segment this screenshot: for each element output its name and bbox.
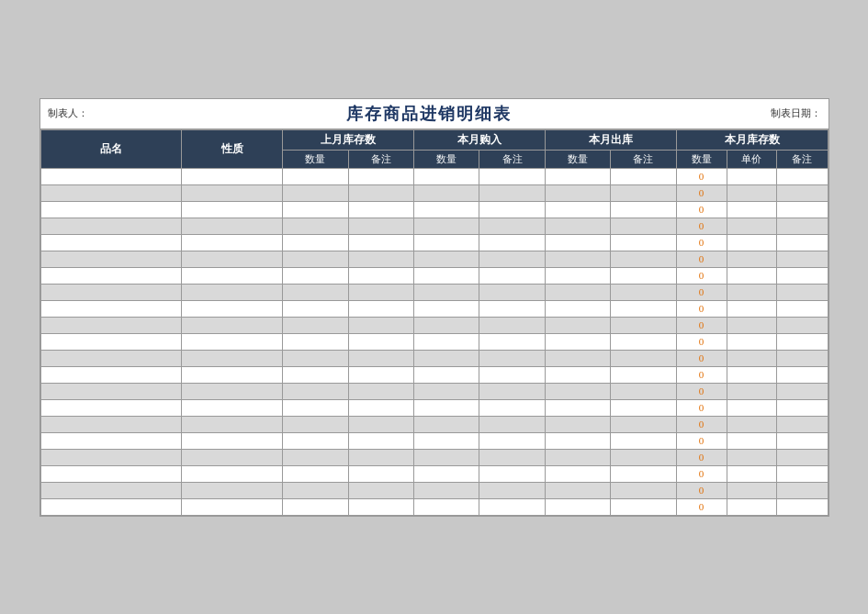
- table-cell: [283, 333, 348, 350]
- table-cell: [727, 383, 777, 399]
- table-cell: [283, 482, 348, 498]
- table-cell: [545, 498, 610, 515]
- table-cell: [182, 251, 283, 267]
- table-cell: [777, 284, 828, 300]
- table-cell: [348, 300, 413, 317]
- cell-bmk-sl: 0: [676, 267, 727, 284]
- table-cell: [40, 333, 182, 350]
- cell-bmk-sl: 0: [676, 482, 727, 498]
- table-row: 0: [40, 432, 828, 449]
- table-cell: [777, 251, 828, 267]
- table-cell: [479, 218, 545, 234]
- table-cell: [348, 218, 413, 234]
- table-cell: [40, 383, 182, 399]
- table-cell: [283, 449, 348, 465]
- table-cell: [545, 416, 610, 432]
- cell-bmk-sl: 0: [676, 201, 727, 218]
- table-cell: [545, 399, 610, 416]
- table-cell: [348, 449, 413, 465]
- table-cell: [413, 465, 479, 482]
- table-cell: [413, 482, 479, 498]
- table-cell: [479, 168, 545, 184]
- table-cell: [611, 416, 676, 432]
- table-cell: [40, 251, 182, 267]
- table-cell: [283, 465, 348, 482]
- table-cell: [611, 482, 676, 498]
- table-row: 0: [40, 317, 828, 333]
- table-cell: [348, 366, 413, 383]
- table-cell: [777, 383, 828, 399]
- table-cell: [348, 432, 413, 449]
- table-cell: [413, 399, 479, 416]
- table-cell: [182, 449, 283, 465]
- table-cell: [413, 201, 479, 218]
- table-cell: [182, 284, 283, 300]
- table-cell: [283, 267, 348, 284]
- cell-bmk-sl: 0: [676, 168, 727, 184]
- cell-bmk-sl: 0: [676, 234, 727, 251]
- table-cell: [413, 449, 479, 465]
- table-cell: [611, 366, 676, 383]
- table-cell: [283, 350, 348, 366]
- table-cell: [777, 366, 828, 383]
- table-cell: [413, 383, 479, 399]
- table-cell: [777, 218, 828, 234]
- sub-bmg-bz: 备注: [479, 150, 545, 168]
- sub-bmk-sl: 数量: [676, 150, 727, 168]
- table-cell: [348, 482, 413, 498]
- table-cell: [348, 465, 413, 482]
- table-row: 0: [40, 498, 828, 515]
- table-cell: [727, 300, 777, 317]
- table-cell: [727, 317, 777, 333]
- table-cell: [348, 350, 413, 366]
- table-cell: [479, 449, 545, 465]
- table-cell: [283, 432, 348, 449]
- table-row: 0: [40, 333, 828, 350]
- table-cell: [40, 184, 182, 201]
- table-row: 0: [40, 482, 828, 498]
- table-cell: [545, 168, 610, 184]
- table-cell: [348, 201, 413, 218]
- table-cell: [545, 234, 610, 251]
- table-cell: [283, 284, 348, 300]
- table-cell: [545, 482, 610, 498]
- table-cell: [611, 168, 676, 184]
- table-cell: [413, 366, 479, 383]
- table-cell: [40, 201, 182, 218]
- table-cell: [545, 317, 610, 333]
- table-cell: [545, 201, 610, 218]
- table-row: 0: [40, 383, 828, 399]
- table-cell: [479, 432, 545, 449]
- table-cell: [40, 399, 182, 416]
- table-cell: [545, 465, 610, 482]
- header-row: 制表人： 库存商品进销明细表 制表日期：: [40, 99, 829, 129]
- table-cell: [611, 333, 676, 350]
- table-cell: [40, 168, 182, 184]
- cell-bmk-sl: 0: [676, 498, 727, 515]
- table-cell: [348, 317, 413, 333]
- table-cell: [777, 416, 828, 432]
- table-cell: [479, 284, 545, 300]
- table-cell: [348, 383, 413, 399]
- table-cell: [182, 333, 283, 350]
- sub-bmk-dj: 单价: [727, 150, 777, 168]
- table-row: 0: [40, 218, 828, 234]
- table-cell: [545, 432, 610, 449]
- table-cell: [348, 184, 413, 201]
- table-cell: [40, 234, 182, 251]
- table-cell: [777, 449, 828, 465]
- table-cell: [611, 234, 676, 251]
- table-row: 0: [40, 201, 828, 218]
- table-row: 0: [40, 284, 828, 300]
- table-cell: [727, 333, 777, 350]
- cell-bmk-sl: 0: [676, 284, 727, 300]
- table-cell: [182, 234, 283, 251]
- table-cell: [777, 482, 828, 498]
- spreadsheet: 制表人： 库存商品进销明细表 制表日期： 品名 性质 上月库存数 本月购入 本月…: [39, 98, 829, 517]
- table-cell: [413, 300, 479, 317]
- table-cell: [777, 399, 828, 416]
- table-cell: [727, 218, 777, 234]
- table-row: 0: [40, 366, 828, 383]
- table-cell: [777, 201, 828, 218]
- cell-bmk-sl: 0: [676, 416, 727, 432]
